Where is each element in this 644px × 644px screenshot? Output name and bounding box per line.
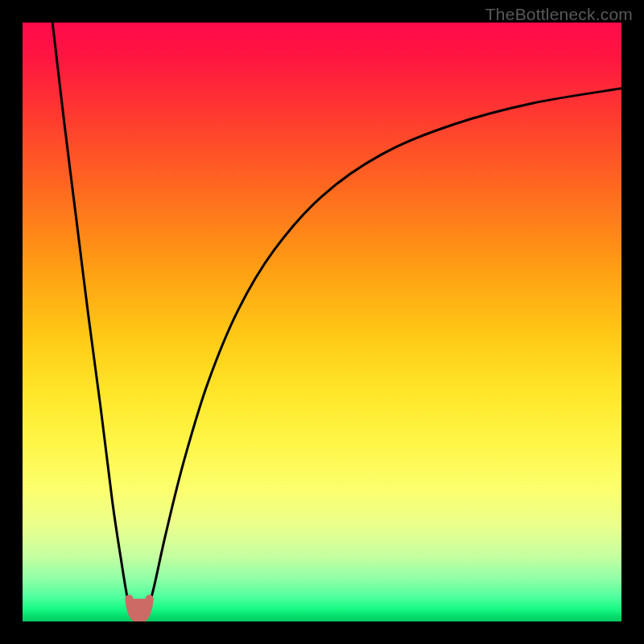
optimal-marker-icon: [129, 599, 149, 619]
curve-right-branch: [147, 89, 621, 616]
chart-svg: [23, 23, 621, 621]
watermark-text: TheBottleneck.com: [485, 5, 633, 24]
plot-area: [23, 23, 621, 621]
outer-frame: TheBottleneck.com: [0, 0, 644, 644]
curve-left-branch: [52, 23, 132, 616]
